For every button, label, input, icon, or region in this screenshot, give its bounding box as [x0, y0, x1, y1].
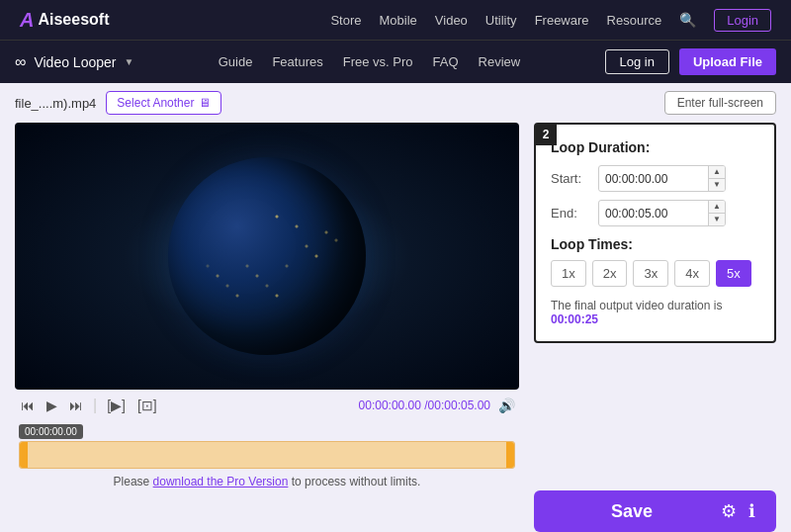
select-another-label: Select Another — [117, 96, 194, 110]
skip-forward-button[interactable]: ⏭ — [67, 396, 85, 415]
timeline-handle-right[interactable] — [506, 442, 514, 468]
earth-lights — [168, 157, 366, 355]
loop-4x-button[interactable]: 4x — [674, 260, 710, 287]
timeline-handle-left[interactable] — [20, 442, 28, 468]
skip-back-button[interactable]: ⏮ — [19, 396, 37, 415]
tool-name-area: ∞ Video Looper ▼ — [15, 53, 133, 71]
start-time-input-wrap: ▲ ▼ — [598, 165, 726, 192]
volume-icon[interactable]: 🔊 — [498, 398, 515, 413]
second-nav-links: Guide Features Free vs. Pro FAQ Review — [219, 54, 520, 69]
divider: | — [93, 397, 97, 414]
monitor-icon: 🖥 — [199, 96, 211, 110]
features-link[interactable]: Features — [272, 54, 322, 69]
utility-link[interactable]: Utility — [485, 13, 517, 28]
timeline-time-label: 00:00:00.00 — [19, 424, 83, 439]
info-icon-button[interactable]: ℹ — [743, 500, 761, 522]
second-nav-right: Log in Upload File — [605, 48, 776, 75]
loop-1x-button[interactable]: 1x — [551, 260, 586, 287]
end-spinners: ▲ ▼ — [708, 201, 725, 225]
output-duration: The final output video duration is 00:00… — [551, 299, 759, 326]
loop-duration-title: Loop Duration: — [551, 139, 759, 155]
fullscreen-button[interactable]: Enter full-screen — [664, 91, 776, 115]
save-panel: Save ⚙ ℹ — [534, 490, 776, 532]
settings-icon-button[interactable]: ⚙ — [715, 500, 743, 522]
end-time-row: End: ▲ ▼ — [551, 200, 759, 226]
right-panel: 2 Loop Duration: Start: ▲ ▼ End: — [534, 123, 776, 532]
logo-a: A — [20, 9, 34, 32]
free-vs-pro-link[interactable]: Free vs. Pro — [343, 54, 413, 69]
upload-file-button[interactable]: Upload File — [679, 48, 776, 75]
pro-note: Please download the Pro Version to proce… — [15, 475, 519, 488]
select-another-button[interactable]: Select Another 🖥 — [106, 91, 221, 115]
loop-2x-button[interactable]: 2x — [592, 260, 628, 287]
play-button[interactable]: ▶ — [44, 396, 59, 415]
pro-note-text: Please — [114, 475, 150, 488]
review-link[interactable]: Review — [479, 54, 521, 69]
search-icon[interactable]: 🔍 — [679, 12, 696, 28]
second-navigation: ∞ Video Looper ▼ Guide Features Free vs.… — [0, 40, 791, 83]
panel-number: 2 — [535, 124, 557, 145]
output-note-text: The final output video duration is — [551, 299, 722, 312]
dropdown-arrow-icon[interactable]: ▼ — [124, 56, 133, 67]
logo: A Aiseesoft — [20, 9, 109, 32]
start-label: Start: — [551, 171, 590, 186]
pro-note-end: to process without limits. — [292, 475, 421, 488]
loop-times-section: Loop Times: 1x 2x 3x 4x 5x — [551, 236, 759, 287]
faq-link[interactable]: FAQ — [433, 54, 459, 69]
end-spinner-up[interactable]: ▲ — [709, 201, 725, 214]
toolbar-row: file_....m).mp4 Select Another 🖥 Enter f… — [0, 83, 791, 123]
video-player[interactable] — [15, 123, 519, 390]
main-area: file_....m).mp4 Select Another 🖥 Enter f… — [0, 83, 791, 532]
mobile-link[interactable]: Mobile — [380, 13, 417, 28]
end-time-input[interactable] — [599, 203, 708, 224]
video-section: ⏮ ▶ ⏭ | [▶] [⊡] 00:00:00.00 /00:00:05.00… — [15, 123, 519, 532]
file-name: file_....m).mp4 — [15, 96, 96, 111]
loop-segment-button[interactable]: [▶] — [105, 396, 128, 415]
save-label: Save — [549, 501, 715, 522]
tool-name: Video Looper — [34, 54, 116, 70]
loop-icon: ∞ — [15, 53, 26, 71]
log-in-button[interactable]: Log in — [605, 49, 669, 74]
loop-times-title: Loop Times: — [551, 236, 759, 252]
toolbar-left: file_....m).mp4 Select Another 🖥 — [15, 91, 221, 115]
loop-3x-button[interactable]: 3x — [633, 260, 668, 287]
top-navigation: A Aiseesoft Store Mobile Video Utility F… — [0, 0, 791, 40]
loop-5x-button[interactable]: 5x — [716, 260, 751, 287]
loop-panel: 2 Loop Duration: Start: ▲ ▼ End: — [534, 123, 776, 343]
start-time-row: Start: ▲ ▼ — [551, 165, 759, 192]
video-link[interactable]: Video — [435, 13, 468, 28]
output-duration-value: 00:00:25 — [551, 312, 598, 326]
loop-times-buttons: 1x 2x 3x 4x 5x — [551, 260, 759, 287]
video-controls: ⏮ ▶ ⏭ | [▶] [⊡] 00:00:00.00 /00:00:05.00… — [15, 390, 519, 421]
timeline-track[interactable] — [19, 441, 515, 469]
guide-link[interactable]: Guide — [219, 54, 253, 69]
content-row: ⏮ ▶ ⏭ | [▶] [⊡] 00:00:00.00 /00:00:05.00… — [0, 123, 791, 532]
start-spinner-up[interactable]: ▲ — [709, 166, 725, 179]
top-nav-links: Store Mobile Video Utility Freeware Reso… — [330, 9, 771, 32]
timeline-area: 00:00:00.00 — [15, 421, 519, 469]
end-time-input-wrap: ▲ ▼ — [598, 200, 726, 226]
start-spinner-down[interactable]: ▼ — [709, 179, 725, 191]
start-spinners: ▲ ▼ — [708, 166, 725, 191]
end-spinner-down[interactable]: ▼ — [709, 214, 725, 225]
pro-version-link[interactable]: download the Pro Version — [153, 475, 289, 488]
start-time-input[interactable] — [599, 168, 708, 190]
login-button[interactable]: Login — [714, 9, 771, 32]
freeware-link[interactable]: Freeware — [535, 13, 589, 28]
time-display: 00:00:00.00 /00:00:05.00 — [359, 399, 490, 412]
earth-thumbnail — [168, 157, 366, 355]
resource-link[interactable]: Resource — [607, 13, 662, 28]
store-link[interactable]: Store — [330, 13, 361, 28]
crop-button[interactable]: [⊡] — [135, 396, 159, 415]
end-label: End: — [551, 206, 590, 221]
logo-text: Aiseesoft — [38, 11, 109, 29]
